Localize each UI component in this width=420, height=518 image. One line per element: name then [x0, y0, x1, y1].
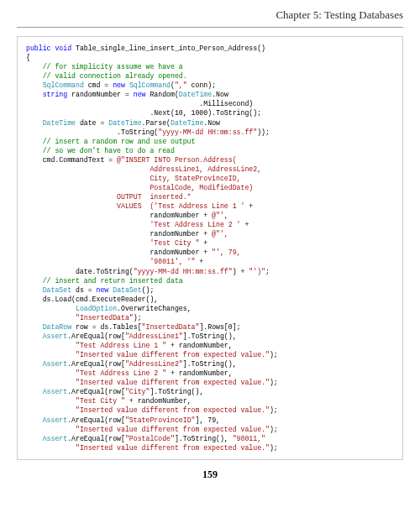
code-text: row = ds.Tables[ [71, 323, 142, 331]
code-text: ).ToString(); [207, 109, 261, 117]
code-text: , [216, 416, 220, 424]
code-block: public void Table_single_line_insert_int… [17, 36, 403, 460]
code-type: Assert [43, 360, 67, 368]
code-text: randomNumber + [26, 230, 212, 238]
code-keyword: string [43, 91, 67, 98]
code-text: { [26, 54, 30, 61]
code-string: City, StateProvinceID, [26, 175, 241, 182]
code-number: 10 [175, 109, 183, 117]
code-text: ); [270, 351, 278, 358]
code-text: ].ToString(), [150, 388, 203, 395]
code-text [26, 323, 43, 331]
code-string: "Inserted value different from expected … [76, 444, 270, 452]
code-text [26, 119, 43, 127]
code-text: .OverwriteChanges, [117, 305, 191, 312]
code-text: date.ToString( [26, 268, 134, 275]
code-text: + [241, 221, 249, 228]
code-string: "Test Address Line 2 " [76, 369, 166, 377]
code-keyword: new [134, 91, 146, 98]
code-type: Assert [43, 416, 67, 424]
code-string: "Test Address Line 1 " [76, 342, 166, 349]
code-string: @"', [212, 212, 228, 219]
code-string: "City" [125, 388, 150, 395]
code-type: Assert [43, 388, 67, 395]
code-text [26, 360, 43, 368]
code-text: + [244, 202, 253, 210]
code-string: "Inserted value different from expected … [76, 406, 270, 414]
code-text [26, 81, 43, 89]
code-number: 1000 [192, 109, 208, 117]
code-string: 'Test Address Line 2 ' [26, 221, 241, 228]
code-type: Assert [43, 332, 67, 340]
code-text [26, 342, 76, 349]
code-comment: // insert and return inserted data [26, 277, 183, 285]
code-text: .AreEqual(row[ [67, 360, 125, 368]
code-string: "98011," [233, 435, 265, 442]
code-string: @"', [212, 230, 228, 238]
code-string: "Test City " [76, 397, 125, 405]
code-text [26, 397, 76, 405]
code-string: AddressLine1, AddressLine2, [26, 165, 261, 173]
code-text: .Now [212, 91, 228, 98]
code-text: ds.Load(cmd.ExecuteReader(), [26, 296, 158, 303]
code-keyword: void [55, 44, 71, 52]
code-text: )); [257, 128, 270, 136]
code-text: ); [134, 314, 142, 322]
code-text [26, 314, 76, 322]
code-text: ); [270, 406, 278, 414]
code-text: ]; [233, 323, 241, 331]
code-type: SqlCommand [43, 81, 84, 89]
code-type: DateTime [43, 119, 76, 127]
code-text: randomNumber + [26, 249, 212, 256]
code-text: cmd = [84, 81, 113, 89]
code-keyword: new [97, 286, 109, 294]
code-text [26, 351, 76, 358]
code-text: cmd.CommandText = [26, 156, 117, 164]
code-text: Table_single_line_insert_into_Person_Add… [71, 44, 265, 52]
code-text [26, 305, 76, 312]
code-string: 'Test City " [26, 239, 199, 247]
code-text [26, 388, 43, 395]
code-text: .Now [203, 119, 220, 127]
code-text [26, 379, 76, 386]
code-text: + randomNumber, [166, 369, 233, 377]
code-text: .Millisecond) [26, 100, 253, 107]
code-text: + [199, 239, 207, 247]
code-text [26, 332, 43, 340]
code-text: randomNumber = [67, 91, 134, 98]
code-text: + [195, 258, 203, 265]
code-text: ); [270, 379, 278, 386]
code-type: Assert [43, 435, 67, 442]
code-comment: // insert a random row and use output [26, 138, 195, 145]
code-string: "')" [249, 268, 265, 275]
code-text: .Next( [26, 109, 175, 117]
code-type: DateTime [179, 91, 212, 98]
code-string: "yyyy-MM-dd HH:mm:ss.ff" [134, 268, 233, 275]
code-text: ds = [71, 286, 96, 294]
code-text: (); [142, 286, 155, 294]
code-text [26, 369, 76, 377]
code-text [26, 416, 43, 424]
code-comment: // valid connection already opened. [26, 72, 187, 80]
code-text: ); [270, 426, 278, 433]
code-type: DataSet [113, 286, 141, 294]
code-keyword: public [26, 44, 50, 52]
code-text: , [183, 109, 192, 117]
code-text: ; [265, 268, 270, 275]
code-keyword: new [113, 81, 125, 89]
code-number: 79 [207, 416, 216, 424]
chapter-header: Chapter 5: Testing Databases [17, 8, 403, 28]
code-text: .ToString( [26, 128, 158, 136]
code-type: LoadOption [76, 305, 117, 312]
code-string: "AddressLine2" [125, 360, 183, 368]
code-type: SqlCommand [129, 81, 171, 89]
code-text: conn); [187, 81, 216, 89]
code-type: DateTime [171, 119, 203, 127]
code-text: Random( [146, 91, 179, 98]
code-type: DataRow [43, 323, 71, 331]
code-text: .AreEqual(row[ [67, 388, 125, 395]
code-string: "InsertedData" [142, 323, 200, 331]
code-text: ].ToString(), [183, 360, 237, 368]
code-text [26, 91, 43, 98]
code-string: @"INSERT INTO Person.Address( [117, 156, 237, 164]
